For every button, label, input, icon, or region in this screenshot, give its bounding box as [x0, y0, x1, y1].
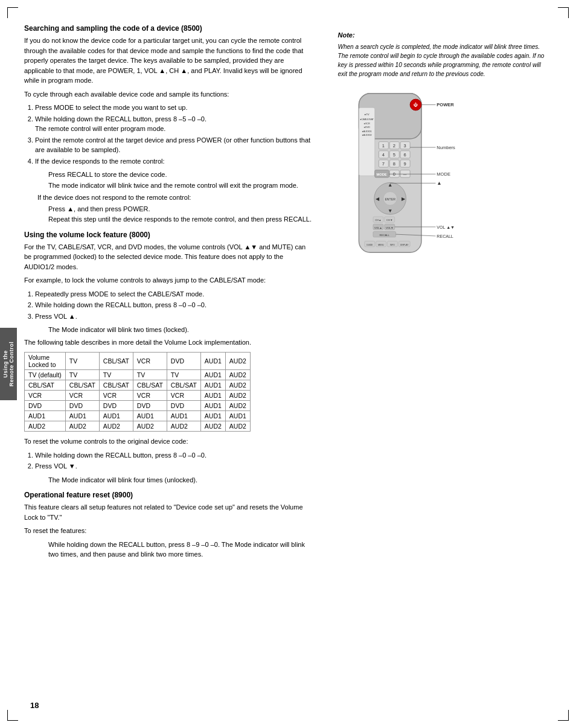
svg-text:●AUDIO1: ●AUDIO1 [362, 130, 371, 132]
svg-text:MODE: MODE [376, 173, 386, 176]
svg-text:VOL▼: VOL▼ [385, 226, 393, 229]
table-row: TV (default) TV TV TV TV AUD1 AUD2 [25, 370, 251, 380]
table-row: CBL/SAT CBL/SAT CBL/SAT CBL/SAT CBL/SAT … [25, 380, 251, 391]
section2-step2: While holding down the RECALL button, pr… [35, 300, 314, 310]
right-column: Note: When a search cycle is completed, … [332, 24, 552, 562]
power-label: POWER [437, 102, 454, 107]
row-cblsat-cbl: CBL/SAT [99, 380, 133, 391]
row-cblsat-vcr: CBL/SAT [133, 380, 167, 391]
svg-text:CH▼: CH▼ [386, 219, 392, 222]
svg-text:▶: ▶ [401, 195, 405, 201]
row-vcr-vcr: VCR [133, 391, 167, 401]
th-dvd: DVD [167, 353, 200, 370]
section1-step4-sub-yes: Press RECALL to store the device code. T… [48, 170, 314, 190]
th-volume-locked: VolumeLocked to [25, 353, 66, 370]
table-header-row: VolumeLocked to TV CBL/SAT VCR DVD AUD1 … [25, 353, 251, 370]
row-aud2-aud1: AUD2 [200, 421, 225, 432]
volume-lock-table: VolumeLocked to TV CBL/SAT VCR DVD AUD1 … [24, 352, 251, 432]
row-dvd-cbl: DVD [99, 401, 133, 411]
section3-indent-text: While holding down the RECALL button, pr… [48, 540, 314, 560]
remote-svg: ●TV ●CABLE/SAT ●VCR ●DVD ●AUDIO1 ●AUDIO2… [338, 91, 465, 284]
section1-intro: If you do not know the device code for a… [24, 36, 314, 86]
row-aud2-tv: AUD2 [65, 421, 99, 432]
reset-sub-text: The Mode indicator will blink four times… [48, 475, 314, 485]
row-aud1-label: AUD1 [25, 411, 66, 421]
th-tv: TV [65, 353, 99, 370]
th-vcr: VCR [133, 353, 167, 370]
row-aud1-cbl: AUD1 [99, 411, 133, 421]
row-dvd-aud1: AUD1 [200, 401, 225, 411]
reset-sub: The Mode indicator will blink four times… [48, 475, 314, 485]
row-aud2-aud2: AUD2 [225, 421, 250, 432]
section3-indent: While holding down the RECALL button, pr… [48, 540, 314, 560]
section2-intro2: For example, to lock the volume controls… [24, 275, 314, 286]
row-tv-default-tv: TV [65, 370, 99, 380]
section2-table-intro: The following table describes in more de… [24, 337, 314, 348]
section1-step4: If the device responds to the remote con… [35, 156, 314, 167]
svg-text:●VCR: ●VCR [363, 122, 370, 124]
row-vcr-tv: VCR [65, 391, 99, 401]
step3-sub-text: The Mode indicator will blink two times … [48, 325, 314, 335]
svg-text:MENU: MENU [378, 243, 384, 246]
mode-diagram-label: MODE [437, 171, 450, 177]
svg-text:●TV: ●TV [364, 113, 369, 116]
page-number: 18 [30, 701, 39, 710]
row-tv-default-dvd: TV [167, 370, 200, 380]
section2-step3-sub: The Mode indicator will blink two times … [48, 325, 314, 335]
svg-text:2: 2 [392, 143, 395, 148]
svg-text:GUIDE: GUIDE [366, 243, 373, 246]
svg-text:—: — [403, 173, 406, 176]
row-aud1-dvd: AUD1 [167, 411, 200, 421]
row-aud1-aud1: AUD1 [200, 411, 225, 421]
row-dvd-dvd: DVD [167, 401, 200, 411]
section1-step4-sub-no: Press ▲, and then press POWER. Repeat th… [48, 204, 314, 225]
step4-yes-2: The mode indicator will blink twice and … [48, 180, 314, 191]
row-tv-default-vcr: TV [133, 370, 167, 380]
th-aud1: AUD1 [200, 353, 225, 370]
table-row: VCR VCR VCR VCR VCR AUD1 AUD2 [25, 391, 251, 401]
note-box: Note: When a search cycle is completed, … [338, 30, 552, 78]
section1-cycle-intro: To cycle through each available device c… [24, 89, 314, 100]
row-aud1-vcr: AUD1 [133, 411, 167, 421]
svg-text:●CABLE/SAT: ●CABLE/SAT [360, 118, 374, 120]
row-aud1-tv: AUD1 [65, 411, 99, 421]
section2-step1: Repeatedly press MODE to select the CABL… [35, 289, 314, 299]
section1-step1: Press MODE to select the mode you want t… [35, 103, 314, 113]
corner-mark-br [558, 710, 569, 721]
svg-text:3: 3 [403, 143, 406, 148]
vol-label: VOL ▲▼ [437, 225, 455, 229]
section2-intro1: For the TV, CABLE/SAT, VCR, and DVD mode… [24, 242, 314, 272]
remote-diagram: ●TV ●CABLE/SAT ●VCR ●DVD ●AUDIO1 ●AUDIO2… [338, 91, 471, 285]
row-aud2-cbl: AUD2 [99, 421, 133, 432]
step4-no-1: Press ▲, and then press POWER. [48, 204, 314, 214]
section2-step3: Press VOL ▲. [35, 311, 314, 322]
svg-text:DISPLAY: DISPLAY [400, 243, 408, 246]
section3-intro: This feature clears all setup features n… [24, 502, 314, 522]
row-tv-default-aud2: AUD2 [225, 370, 250, 380]
row-aud1-aud2: AUD1 [225, 411, 250, 421]
svg-text:ENTER: ENTER [385, 197, 395, 200]
reset-step1: While holding down the RECALL button, pr… [35, 450, 314, 461]
svg-text:⏻: ⏻ [414, 102, 418, 107]
svg-text:6: 6 [403, 152, 406, 158]
section2-title: Using the volume lock feature (8000) [24, 231, 314, 239]
row-vcr-aud2: AUD2 [225, 391, 250, 401]
section2-steps-list: Repeatedly press MODE to select the CABL… [35, 289, 314, 322]
corner-mark-bl [7, 710, 18, 721]
side-tab-line2: Remote Control [8, 342, 14, 387]
numbers-label: Numbers [437, 144, 455, 150]
row-cblsat-dvd: CBL/SAT [167, 380, 200, 391]
row-dvd-vcr: DVD [133, 401, 167, 411]
row-cblsat-aud2: AUD2 [225, 380, 250, 391]
th-aud2: AUD2 [225, 353, 250, 370]
arrow-up-label: ▲ [437, 180, 441, 186]
svg-text:INFO: INFO [390, 243, 395, 246]
row-dvd-aud2: AUD2 [225, 401, 250, 411]
section2-reset-steps: While holding down the RECALL button, pr… [35, 450, 314, 471]
svg-text:▼: ▼ [388, 208, 392, 214]
row-cblsat-tv: CBL/SAT [65, 380, 99, 391]
side-tab: Using the Remote Control [0, 328, 17, 400]
row-tv-default-label: TV (default) [25, 370, 66, 380]
svg-text:CH▲: CH▲ [375, 219, 381, 222]
th-cblsat: CBL/SAT [99, 353, 133, 370]
